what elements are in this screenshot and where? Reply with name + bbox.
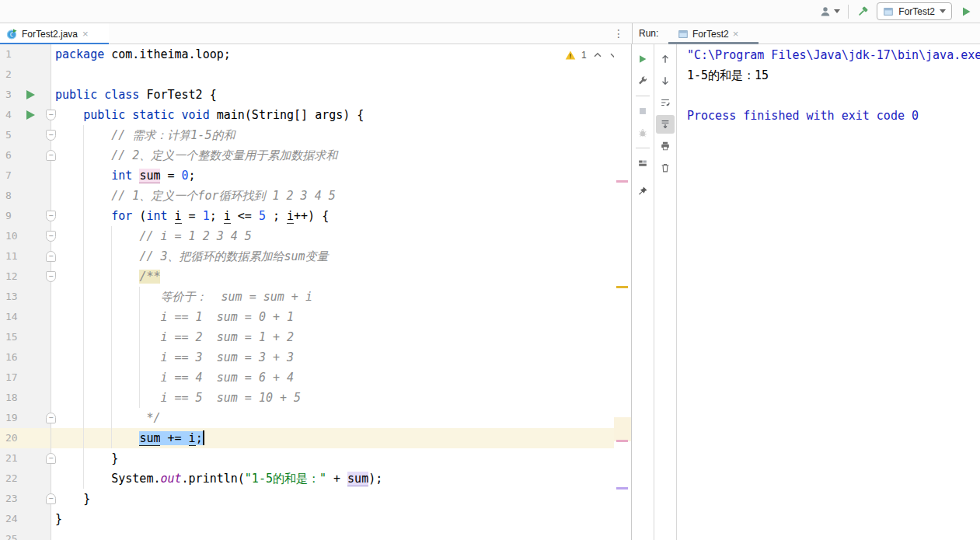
line-number[interactable]: 3 [0,85,51,105]
code-line[interactable]: 9− for (int i = 1; i <= 5 ; i++) { [0,206,614,226]
code-line[interactable]: 6− // 2、定义一个整数变量用于累加数据求和 [0,145,614,165]
line-number[interactable]: 23 [0,489,51,509]
code-line[interactable]: 11− // 3、把循环的数据累加给sum变量 [0,246,614,267]
code-line[interactable]: 24} [0,509,614,529]
line-number[interactable]: 17 [0,368,51,388]
edit-configuration-wrench-button[interactable] [633,71,652,90]
close-icon[interactable]: × [733,29,739,39]
code-text: for (int i = 1; i <= 5 ; i++) { [51,206,614,226]
code-line[interactable]: 17 i == 4 sum = 6 + 4 [0,368,614,388]
error-stripe[interactable] [614,44,631,540]
code-line[interactable]: 23− } [0,489,614,509]
code-line[interactable]: 5− // 需求：计算1-5的和 [0,125,614,145]
line-number[interactable]: 2 [0,64,51,85]
line-number[interactable]: 1 [0,44,51,64]
code-line[interactable]: 16 i == 3 sum = 3 + 3 [0,347,614,368]
code-line[interactable]: 4− public static void main(String[] args… [0,105,614,125]
scroll-down-button[interactable] [656,71,675,90]
line-number[interactable]: 4 [0,105,51,125]
line-number[interactable]: 16 [0,347,51,368]
stripe-caret-band [614,417,631,441]
run-line-icon[interactable] [26,90,35,99]
run-line-icon[interactable] [26,110,35,120]
code-line[interactable]: 14 i == 1 sum = 0 + 1 [0,307,614,327]
stripe-marker[interactable] [616,180,628,183]
stripe-marker[interactable] [616,487,628,489]
tab-options-kebab-icon[interactable]: ⋮ [613,27,624,40]
line-number[interactable]: 7 [0,165,51,186]
line-number[interactable]: 21 [0,448,51,469]
tab-fortest2-java[interactable]: C ForTest2.java × [0,23,109,44]
line-number[interactable]: 6 [0,145,51,165]
code-line[interactable]: 25 [0,529,614,540]
line-number[interactable]: 8 [0,186,51,206]
fold-region-start-icon[interactable]: − [46,110,56,120]
clear-all-trash-button[interactable] [656,159,675,177]
stripe-marker[interactable] [616,440,628,442]
code-line[interactable]: 15 i == 2 sum = 1 + 2 [0,327,614,347]
soft-wrap-button[interactable] [656,93,675,112]
line-number[interactable]: 10 [0,226,51,246]
fold-region-start-icon[interactable]: − [46,130,56,141]
intention-bulb-icon[interactable] [61,432,71,445]
code-line[interactable]: 19− */ [0,408,614,428]
code-editor[interactable]: 1package com.itheima.loop;23public class… [0,44,632,540]
run-button[interactable] [960,5,972,18]
fold-region-end-icon[interactable]: − [46,453,56,464]
user-menu-button[interactable] [819,5,840,18]
stripe-marker[interactable] [616,286,628,288]
code-line[interactable]: 10− // i = 1 2 3 4 5 [0,226,614,246]
line-number[interactable]: 19 [0,408,51,428]
line-number[interactable]: 12 [0,267,51,287]
fold-region-start-icon[interactable]: − [46,271,56,282]
code-line[interactable]: 21− } [0,448,614,469]
run-tab-fortest2[interactable]: ForTest2 × [671,23,745,44]
code-line[interactable]: 12− /** [0,267,614,287]
line-number[interactable]: 25 [0,529,51,540]
code-line[interactable]: 2 [0,64,614,85]
code-line[interactable]: 20 sum += i; [0,428,614,448]
pin-tab-button[interactable] [633,182,652,200]
line-number[interactable]: 13 [0,287,51,307]
line-number[interactable]: 18 [0,388,51,408]
code-line[interactable]: 7 int sum = 0; [0,165,614,186]
code-line[interactable]: 3public class ForTest2 { [0,85,614,105]
stop-button-disabled[interactable] [633,102,652,120]
scroll-to-end-button-active[interactable] [656,115,675,134]
fold-region-end-icon[interactable]: − [46,413,56,423]
fold-region-start-icon[interactable]: − [46,231,56,242]
scroll-up-button[interactable] [656,50,675,68]
line-number[interactable]: 5 [0,125,51,145]
line-number[interactable]: 11 [0,246,51,267]
code-line[interactable]: 8 // 1、定义一个for循环找到 1 2 3 4 5 [0,186,614,206]
print-button[interactable] [656,137,675,155]
prev-problem-chevron-up-icon[interactable] [592,50,603,61]
line-number[interactable]: 22 [0,469,51,489]
run-console-output[interactable]: "C:\Program Files\Java\jdk-17\bin\java.e… [677,44,980,540]
line-number[interactable]: 9 [0,206,51,226]
rerun-button[interactable] [633,50,652,68]
run-configuration-select[interactable]: ForTest2 [877,2,952,20]
close-icon[interactable]: × [82,29,89,39]
code-text: package com.itheima.loop; [51,44,614,64]
code-line[interactable]: 1package com.itheima.loop; [0,44,614,64]
line-number[interactable]: 15 [0,327,51,347]
code-line[interactable]: 18 i == 5 sum = 10 + 5 [0,388,614,408]
code-line[interactable]: 22 System.out.println("1-5的和是：" + sum); [0,469,614,489]
fold-region-end-icon[interactable]: − [46,251,56,262]
restore-layout-button[interactable] [633,154,652,172]
run-toolbar-primary [632,44,654,540]
inspections-widget[interactable]: 1 [565,50,619,61]
fold-region-end-icon[interactable]: − [46,493,56,504]
code-text: i == 4 sum = 6 + 4 [51,368,614,388]
fold-region-end-icon[interactable]: − [46,150,56,161]
code-line[interactable]: 13 等价于： sum = sum + i [0,287,614,307]
line-number[interactable]: 24 [0,509,51,529]
code-text: public static void main(String[] args) { [51,105,614,125]
fold-region-start-icon[interactable]: − [46,211,56,221]
restart-debug-button-disabled[interactable] [633,124,652,142]
build-hammer-button[interactable] [856,5,869,18]
java-class-icon: C [6,29,17,40]
line-number[interactable]: 20 [0,428,51,448]
line-number[interactable]: 14 [0,307,51,327]
